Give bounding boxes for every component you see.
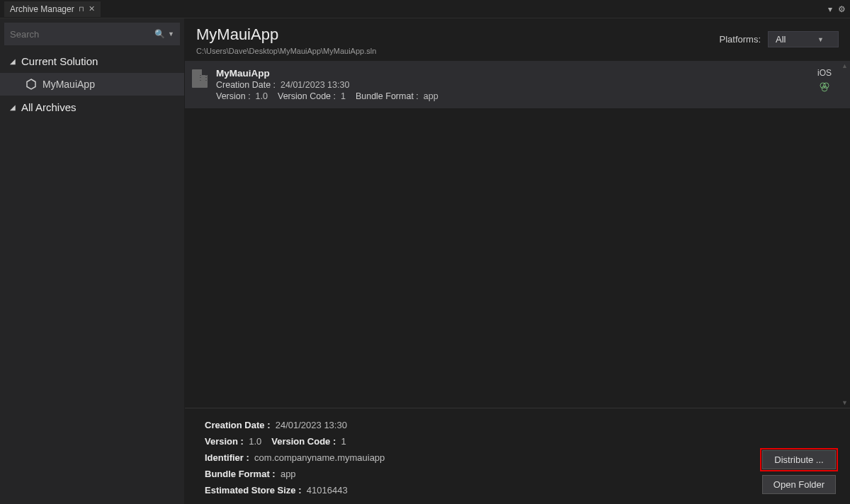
window-tab[interactable]: Archive Manager ⊓ ✕ xyxy=(4,1,101,17)
chevron-down-icon: ▼ xyxy=(817,36,824,43)
titlebar: Archive Manager ⊓ ✕ ▾ ⚙ xyxy=(0,0,850,18)
section-label: Current Solution xyxy=(21,55,98,67)
archive-list: MyMauiApp Creation Date : 24/01/2023 13:… xyxy=(185,61,850,408)
expand-icon: ◢ xyxy=(10,57,16,65)
archive-file-icon xyxy=(192,69,208,88)
svg-point-1 xyxy=(820,83,826,88)
section-label: All Archives xyxy=(21,101,76,113)
pin-icon[interactable]: ⊓ xyxy=(79,5,84,13)
detail-version-code-value: 1 xyxy=(341,436,346,447)
detail-estimated-size-value: 41016443 xyxy=(307,485,348,496)
archive-row[interactable]: MyMauiApp Creation Date : 24/01/2023 13:… xyxy=(185,61,850,108)
close-icon[interactable]: ✕ xyxy=(89,4,95,13)
archive-bundle-format-value: app xyxy=(424,91,438,101)
tab-title: Archive Manager xyxy=(10,4,74,14)
sidebar: 🔍 ▼ ◢ Current Solution MyMauiApp ◢ All A… xyxy=(0,18,185,504)
archive-creation-date-value: 24/01/2023 13:30 xyxy=(280,80,349,90)
archive-version-code-value: 1 xyxy=(341,91,346,101)
search-input-row[interactable]: 🔍 ▼ xyxy=(4,23,180,45)
detail-version-value: 1.0 xyxy=(249,436,261,447)
archive-platform: iOS xyxy=(810,68,839,93)
scroll-up-icon[interactable]: ▲ xyxy=(839,62,850,69)
platforms-value: All xyxy=(776,34,786,45)
window-dropdown-icon[interactable]: ▾ xyxy=(828,4,832,14)
detail-creation-date-label: Creation Date : xyxy=(205,420,270,430)
archive-name: MyMauiApp xyxy=(216,68,802,79)
page-title: MyMauiApp xyxy=(196,25,708,44)
sidebar-section-all-archives[interactable]: ◢ All Archives xyxy=(0,96,184,119)
detail-version-code-label: Version Code : xyxy=(271,436,336,447)
gear-icon[interactable]: ⚙ xyxy=(838,4,846,14)
content-header: MyMauiApp C:\Users\Dave\Desktop\MyMauiAp… xyxy=(185,18,850,61)
scroll-down-icon[interactable]: ▼ xyxy=(839,399,850,406)
distribute-button[interactable]: Distribute ... xyxy=(762,450,836,469)
sidebar-section-current-solution[interactable]: ◢ Current Solution xyxy=(0,50,184,73)
search-icon[interactable]: 🔍 xyxy=(154,29,165,39)
scrollbar[interactable]: ▲ ▼ xyxy=(839,61,850,408)
search-dropdown-icon[interactable]: ▼ xyxy=(168,30,174,38)
solution-path: C:\Users\Dave\Desktop\MyMauiApp\MyMauiAp… xyxy=(196,47,708,55)
platform-label: iOS xyxy=(817,68,832,78)
detail-identifier-value: com.companyname.mymauiapp xyxy=(254,452,385,463)
detail-creation-date-value: 24/01/2023 13:30 xyxy=(276,420,347,430)
hexagon-icon xyxy=(26,79,37,90)
platforms-select[interactable]: All ▼ xyxy=(768,31,839,47)
open-folder-button[interactable]: Open Folder xyxy=(762,475,836,494)
archive-version-value: 1.0 xyxy=(256,91,268,101)
expand-icon: ◢ xyxy=(10,103,16,111)
archive-version-label: Version : xyxy=(216,91,251,101)
archive-list-empty xyxy=(185,108,850,408)
sidebar-item-mymauiapp[interactable]: MyMauiApp xyxy=(0,73,184,96)
search-input[interactable] xyxy=(10,29,152,40)
archive-creation-date-label: Creation Date : xyxy=(216,80,276,90)
archive-bundle-format-label: Bundle Format : xyxy=(356,91,419,101)
detail-estimated-size-label: Estimated Store Size : xyxy=(205,485,302,496)
sidebar-item-label: MyMauiApp xyxy=(42,79,95,90)
detail-version-label: Version : xyxy=(205,436,244,447)
svg-point-2 xyxy=(824,83,829,88)
detail-bundle-format-value: app xyxy=(280,469,296,479)
detail-bundle-format-label: Bundle Format : xyxy=(205,469,276,479)
svg-marker-0 xyxy=(27,79,35,89)
detail-panel: Creation Date : 24/01/2023 13:30 Version… xyxy=(185,408,850,504)
svg-point-3 xyxy=(822,86,827,92)
content-area: MyMauiApp C:\Users\Dave\Desktop\MyMauiAp… xyxy=(185,18,850,504)
ios-icon xyxy=(818,81,831,93)
archive-version-code-label: Version Code : xyxy=(278,91,336,101)
platforms-label: Platforms: xyxy=(719,34,761,45)
detail-identifier-label: Identifier : xyxy=(205,452,249,463)
